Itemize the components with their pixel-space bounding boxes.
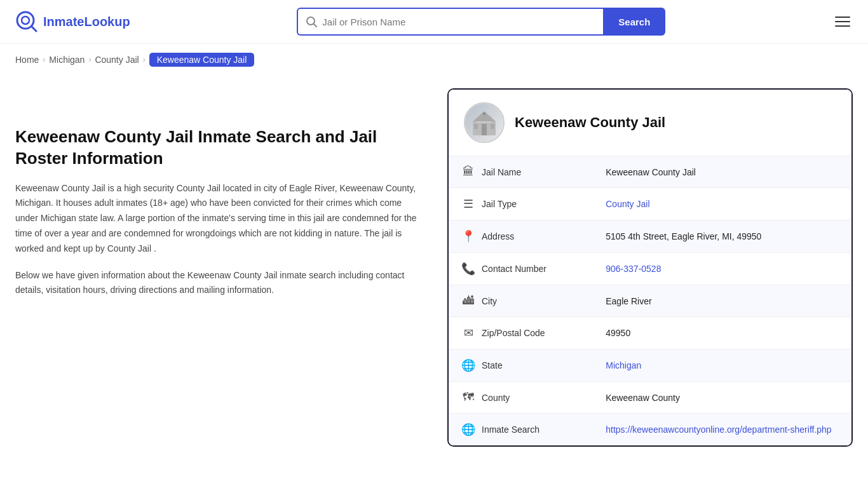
label-inmate-search: 🌐 Inmate Search	[461, 423, 593, 437]
breadcrumb-sep-1: ›	[43, 55, 45, 64]
table-row: ☰ Jail Type County Jail	[449, 188, 851, 220]
value-inmate-search: https://keweenawcountyonline.org/departm…	[606, 414, 851, 446]
label-county: 🗺 County	[461, 391, 593, 404]
label-jail-type: ☰ Jail Type	[461, 197, 593, 211]
value-city: Eagle River	[606, 285, 851, 317]
breadcrumb-county-jail[interactable]: County Jail	[95, 55, 139, 65]
jail-card: Keweenaw County Jail 🏛 Jail Name Keweena…	[447, 88, 853, 447]
location-icon: 📍	[461, 229, 475, 243]
page-title: Keweenaw County Jail Inmate Search and J…	[15, 126, 422, 170]
jail-type-link[interactable]: County Jail	[606, 199, 649, 209]
jail-name-heading: Keweenaw County Jail	[515, 114, 665, 131]
label-city: 🏙 City	[461, 294, 593, 308]
value-state: Michigan	[606, 349, 851, 382]
svg-rect-8	[474, 124, 478, 129]
breadcrumb-home[interactable]: Home	[15, 55, 39, 65]
label-contact: 📞 Contact Number	[461, 262, 593, 276]
table-row: 🌐 State Michigan	[449, 349, 851, 382]
search-input[interactable]	[322, 17, 595, 27]
logo-text: InmateLookup	[43, 15, 130, 29]
jail-avatar-image	[465, 104, 503, 142]
table-row: 🌐 Inmate Search https://keweenawcountyon…	[449, 414, 851, 446]
search-button[interactable]: Search	[603, 8, 665, 36]
inmate-search-link[interactable]: https://keweenawcountyonline.org/departm…	[606, 424, 831, 435]
jail-info-table: 🏛 Jail Name Keweenaw County Jail ☰ Jail …	[449, 156, 851, 445]
phone-link[interactable]: 906-337-0528	[606, 264, 661, 274]
svg-point-1	[22, 17, 29, 24]
jail-icon: 🏛	[461, 165, 475, 179]
page-description-2: Below we have given information about th…	[15, 268, 422, 299]
svg-rect-7	[482, 124, 487, 135]
hamburger-line-3	[835, 25, 850, 27]
label-state: 🌐 State	[461, 358, 593, 372]
state-icon: 🌐	[461, 358, 475, 372]
jail-card-header: Keweenaw County Jail	[449, 90, 851, 156]
label-zip: ✉ Zip/Postal Code	[461, 326, 593, 340]
value-county: Keweenaw County	[606, 382, 851, 414]
menu-button[interactable]	[832, 14, 853, 29]
value-address: 5105 4th Street, Eagle River, MI, 49950	[606, 220, 851, 253]
search-bar: Search	[297, 8, 665, 36]
value-contact: 906-337-0528	[606, 253, 851, 285]
hamburger-line-1	[835, 17, 850, 18]
main-content: Keweenaw County Jail Inmate Search and J…	[0, 76, 868, 472]
label-address: 📍 Address	[461, 229, 593, 243]
left-column: Keweenaw County Jail Inmate Search and J…	[15, 88, 422, 447]
city-icon: 🏙	[461, 294, 475, 308]
table-row: 🏛 Jail Name Keweenaw County Jail	[449, 156, 851, 188]
zip-icon: ✉	[461, 326, 475, 340]
right-column: Keweenaw County Jail 🏛 Jail Name Keweena…	[447, 88, 853, 447]
table-row: ✉ Zip/Postal Code 49950	[449, 317, 851, 349]
search-input-wrap	[297, 8, 603, 36]
list-icon: ☰	[461, 197, 475, 211]
svg-rect-9	[491, 124, 494, 129]
table-row: 🗺 County Keweenaw County	[449, 382, 851, 414]
site-header: InmateLookup Search	[0, 0, 868, 44]
breadcrumb-michigan[interactable]: Michigan	[49, 55, 85, 65]
logo-icon	[15, 10, 38, 33]
jail-avatar	[464, 102, 505, 143]
svg-line-4	[314, 24, 316, 27]
table-row: 📞 Contact Number 906-337-0528	[449, 253, 851, 285]
svg-line-2	[32, 27, 36, 31]
search-icon	[306, 16, 317, 27]
state-link[interactable]: Michigan	[606, 360, 641, 370]
search-link-icon: 🌐	[461, 423, 475, 437]
value-jail-type: County Jail	[606, 188, 851, 220]
breadcrumb-current: Keweenaw County Jail	[149, 53, 255, 67]
value-zip: 49950	[606, 317, 851, 349]
label-jail-name: 🏛 Jail Name	[461, 165, 593, 179]
table-row: 📍 Address 5105 4th Street, Eagle River, …	[449, 220, 851, 253]
table-row: 🏙 City Eagle River	[449, 285, 851, 317]
hamburger-line-2	[835, 21, 850, 22]
county-icon: 🗺	[461, 391, 475, 404]
phone-icon: 📞	[461, 262, 475, 276]
breadcrumb-sep-2: ›	[88, 55, 91, 64]
breadcrumb: Home › Michigan › County Jail › Keweenaw…	[0, 44, 868, 76]
page-description-1: Keweenaw County Jail is a high security …	[15, 181, 422, 257]
svg-point-3	[307, 17, 315, 25]
svg-rect-11	[483, 112, 485, 115]
value-jail-name: Keweenaw County Jail	[606, 156, 851, 188]
logo[interactable]: InmateLookup	[15, 10, 130, 33]
building-icon	[470, 109, 498, 137]
breadcrumb-sep-3: ›	[143, 55, 146, 64]
